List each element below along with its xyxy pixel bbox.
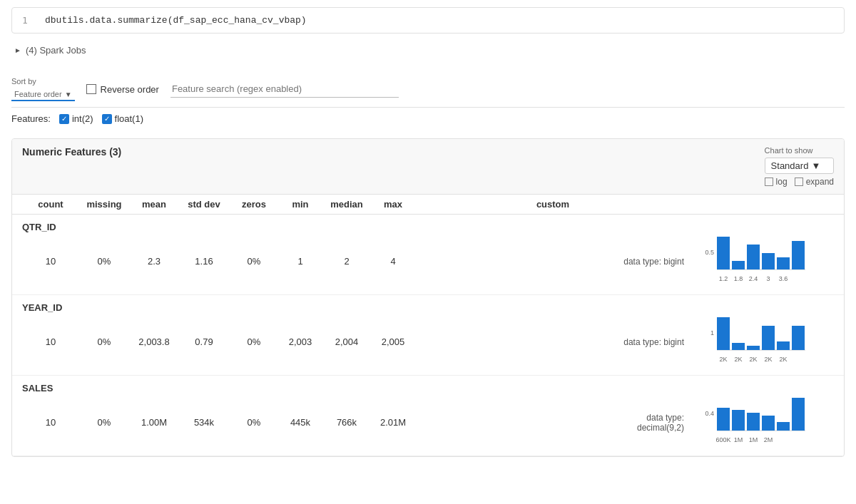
line-number: 1 bbox=[22, 15, 34, 26]
cell-max: 2,005 bbox=[372, 336, 414, 347]
svg-rect-28 bbox=[717, 408, 730, 431]
log-option[interactable]: log bbox=[765, 177, 788, 187]
col-missing: missing bbox=[79, 199, 129, 210]
page-wrapper: 1 dbutils.data.summarize(df_sap_ecc_hana… bbox=[0, 0, 856, 464]
feature-search-input[interactable] bbox=[170, 81, 399, 98]
feature-rows: QTR_ID 10 0% 2.3 1.16 0% 1 2 4 data type… bbox=[12, 215, 844, 456]
expand-option[interactable]: expand bbox=[795, 177, 834, 187]
feature-name-row-0: QTR_ID bbox=[12, 215, 844, 234]
sort-by-label: Sort by bbox=[11, 77, 75, 86]
svg-rect-30 bbox=[747, 413, 760, 431]
checkbox-icon bbox=[86, 84, 96, 94]
reverse-order-checkbox[interactable]: Reverse order bbox=[86, 84, 159, 95]
feature-data-row-1: 10 0% 2,003.8 0.79 0% 2,003 2,004 2,005 … bbox=[12, 314, 844, 375]
sort-value: Feature order bbox=[14, 90, 62, 98]
col-chart bbox=[691, 199, 834, 210]
svg-text:1.8: 1.8 bbox=[734, 275, 743, 282]
svg-text:1M: 1M bbox=[749, 436, 758, 443]
cell-count: 10 bbox=[22, 336, 79, 347]
feature-chip-float[interactable]: ✓ float(1) bbox=[102, 113, 143, 124]
feature-block-year_id: YEAR_ID 10 0% 2,003.8 0.79 0% 2,003 2,00… bbox=[12, 295, 844, 376]
cell-zeros: 0% bbox=[229, 336, 279, 347]
controls-row: Sort by Feature order ▼ Reverse order bbox=[11, 71, 845, 108]
bar-chart-svg: 0.4 600K1M1M2M bbox=[697, 396, 808, 446]
svg-text:3.6: 3.6 bbox=[779, 275, 788, 282]
reverse-order-label: Reverse order bbox=[101, 84, 159, 95]
features-label: Features: bbox=[11, 113, 51, 124]
cell-median: 2,004 bbox=[322, 336, 372, 347]
code-text: dbutils.data.summarize(df_sap_ecc_hana_c… bbox=[45, 15, 307, 26]
cell-count: 10 bbox=[22, 417, 79, 428]
code-cell: 1 dbutils.data.summarize(df_sap_ecc_hana… bbox=[11, 7, 845, 34]
svg-text:2K: 2K bbox=[719, 356, 727, 363]
cell-custom: data type:decimal(9,2) bbox=[414, 413, 691, 433]
feature-name: YEAR_ID bbox=[22, 302, 834, 313]
cell-chart: 0.5 1.21.82.433.6 bbox=[691, 235, 834, 287]
sort-by-container: Sort by Feature order ▼ bbox=[11, 77, 75, 101]
svg-rect-15 bbox=[717, 317, 730, 350]
svg-text:2K: 2K bbox=[734, 356, 742, 363]
log-checkbox bbox=[765, 178, 773, 186]
svg-rect-19 bbox=[777, 341, 790, 350]
cell-min: 1 bbox=[279, 256, 322, 267]
cell-mean: 2.3 bbox=[129, 256, 179, 267]
svg-text:3: 3 bbox=[766, 275, 770, 282]
svg-rect-5 bbox=[762, 253, 775, 269]
feature-name: QTR_ID bbox=[22, 222, 834, 232]
spark-arrow-icon: ► bbox=[14, 46, 21, 54]
cell-zeros: 0% bbox=[229, 256, 279, 267]
cell-missing: 0% bbox=[79, 336, 129, 347]
features-row: Features: ✓ int(2) ✓ float(1) bbox=[11, 108, 845, 130]
cell-missing: 0% bbox=[79, 256, 129, 267]
svg-rect-17 bbox=[747, 346, 760, 350]
col-stddev: std dev bbox=[179, 199, 229, 210]
feature-data-row-0: 10 0% 2.3 1.16 0% 1 2 4 data type: bigin… bbox=[12, 234, 844, 294]
feature-name-row-2: SALES bbox=[12, 376, 844, 395]
svg-text:2M: 2M bbox=[764, 436, 773, 443]
feature-block-sales: SALES 10 0% 1.00M 534k 0% 445k 766k 2.01… bbox=[12, 376, 844, 456]
svg-text:2K: 2K bbox=[749, 356, 757, 363]
col-min: min bbox=[279, 199, 322, 210]
svg-rect-6 bbox=[777, 257, 790, 269]
svg-rect-20 bbox=[792, 326, 805, 350]
cell-custom: data type: bigint bbox=[414, 337, 691, 347]
cell-max: 2.01M bbox=[372, 417, 414, 428]
chart-type-value: Standard bbox=[771, 160, 809, 171]
svg-rect-31 bbox=[762, 416, 775, 431]
section-header: Numeric Features (3) Chart to show Stand… bbox=[12, 139, 844, 195]
chart-dropdown-icon: ▼ bbox=[811, 160, 820, 171]
cell-mean: 2,003.8 bbox=[129, 336, 179, 347]
cell-stddev: 0.79 bbox=[179, 336, 229, 347]
feature-name-row-1: YEAR_ID bbox=[12, 295, 844, 314]
feature-chip-float-label: float(1) bbox=[115, 113, 143, 124]
spark-jobs-label: (4) Spark Jobs bbox=[26, 45, 86, 56]
col-count: count bbox=[22, 199, 79, 210]
col-zeros: zeros bbox=[229, 199, 279, 210]
cell-stddev: 534k bbox=[179, 417, 229, 428]
bar-chart-svg: 0.5 1.21.82.433.6 bbox=[697, 235, 808, 285]
numeric-section: Numeric Features (3) Chart to show Stand… bbox=[11, 138, 845, 457]
svg-rect-33 bbox=[792, 398, 805, 431]
cell-stddev: 1.16 bbox=[179, 256, 229, 267]
svg-text:2K: 2K bbox=[764, 356, 772, 363]
expand-label: expand bbox=[806, 177, 834, 187]
svg-text:1: 1 bbox=[710, 329, 714, 336]
col-max: max bbox=[372, 199, 414, 210]
cell-missing: 0% bbox=[79, 417, 129, 428]
cell-count: 10 bbox=[22, 256, 79, 267]
cell-median: 766k bbox=[322, 417, 372, 428]
feature-chip-int-label: int(2) bbox=[72, 113, 93, 124]
svg-rect-18 bbox=[762, 326, 775, 350]
spark-jobs[interactable]: ► (4) Spark Jobs bbox=[11, 41, 845, 60]
svg-rect-7 bbox=[792, 241, 805, 269]
col-custom: custom bbox=[414, 199, 691, 210]
cell-median: 2 bbox=[322, 256, 372, 267]
feature-data-row-2: 10 0% 1.00M 534k 0% 445k 766k 2.01M data… bbox=[12, 395, 844, 456]
cell-max: 4 bbox=[372, 256, 414, 267]
svg-text:1M: 1M bbox=[734, 436, 743, 443]
svg-text:0.5: 0.5 bbox=[705, 249, 714, 256]
feature-chip-int[interactable]: ✓ int(2) bbox=[59, 113, 93, 124]
chart-type-select[interactable]: Standard ▼ bbox=[765, 158, 834, 174]
cell-custom: data type: bigint bbox=[414, 257, 691, 267]
sort-select[interactable]: Feature order ▼ bbox=[11, 88, 75, 101]
